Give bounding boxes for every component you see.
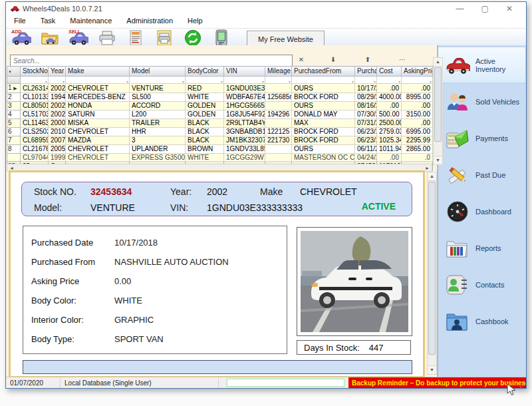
column-header-make[interactable]: Make: [66, 67, 130, 77]
menu-item-file[interactable]: File: [13, 16, 27, 27]
table-row[interactable]: 1 ▶CL2631462002CHEVROLETVENTURERED1GNDU0…: [7, 84, 433, 93]
sidebar-item-label: Contacts: [475, 281, 504, 289]
field-label: Purchased Date: [23, 238, 114, 248]
cell-vin: 2R9LTTAB4YW: [224, 119, 265, 128]
scroll-left-icon[interactable]: ◄: [9, 166, 14, 170]
sidebar-item-sold-vehicles[interactable]: Sold Vehicles: [438, 83, 526, 120]
table-row[interactable]: 3CL8050102002HONDAACCORDGOLDEN1HGCG56652…: [7, 102, 433, 110]
cell-cost: 1025.34: [377, 136, 402, 145]
cell-year: 2000: [49, 119, 66, 128]
maximize-button[interactable]: ▢: [481, 5, 489, 13]
cell-mileage: 194296: [265, 110, 292, 119]
vehicle-detail-panel: Stock NO. 32453634 Year: 2002 Make CHEVR…: [9, 170, 425, 378]
sidebar-item-past-due[interactable]: Past Due: [438, 156, 526, 193]
filter-cell[interactable]: ▾: [377, 77, 402, 84]
table-row[interactable]: 5CL1146312000MISKATRAILERBLACK2R9LTTAB4Y…: [7, 119, 433, 128]
people-icon: [445, 89, 470, 114]
table-row[interactable]: 7CL6895992007MAZDA3BLACKJM1BK32307122173…: [7, 136, 433, 145]
filter-cell[interactable]: ▾: [224, 77, 265, 84]
menu-item-administration[interactable]: Administration: [125, 16, 174, 27]
status-spacer: [219, 377, 227, 388]
table-row[interactable]: 6CLS250202010CHEVROLETHHRBLACK3GNBABDB1A…: [7, 128, 433, 136]
scroll-down-icon[interactable]: ▼: [428, 365, 436, 374]
table-row[interactable]: 2CL1013361994MERCEDES-BENZSL500WHITEWDBF…: [7, 93, 433, 102]
field-value: NASHVILLE AUTO AUCTION: [114, 257, 229, 267]
status-progress-bar: [227, 379, 344, 387]
cell-year: 2002: [49, 102, 66, 110]
column-header-model[interactable]: Model: [130, 67, 186, 77]
column-header-mileage[interactable]: Mileage: [265, 67, 292, 77]
search-next-icon[interactable]: ⬇: [327, 55, 339, 65]
cell-make: CHEVROLET: [66, 128, 130, 136]
minimize-button[interactable]: —: [456, 5, 464, 13]
cell-purchasedfrom: OURS: [292, 145, 355, 154]
cell-askingprice: 6995.00: [402, 128, 433, 136]
column-header-vin[interactable]: VIN: [224, 67, 265, 77]
menu-item-task[interactable]: Task: [39, 16, 57, 27]
cell-purchasedfrom: MASTERSON OC CHAD: [292, 154, 355, 162]
sidebar-item-active-inventory[interactable]: Active Inventory: [438, 47, 526, 83]
year-value: 2002: [207, 186, 260, 197]
search-prev-icon[interactable]: ⬆: [362, 55, 374, 65]
cell-model: VENTURE: [130, 84, 186, 93]
table-filter-row[interactable]: ▾▾▾▾▾▾▾▾▾▾▾: [7, 77, 433, 84]
column-header-bodycolor[interactable]: BodyColor: [186, 67, 224, 77]
mouse-cursor-icon: [507, 383, 517, 399]
sidebar-item-reports[interactable]: Reports: [438, 230, 526, 266]
cell-bodycolor: RED: [186, 84, 224, 93]
cell-purchas: 04/24/2: [355, 154, 377, 162]
menu-bar: FileTaskMaintenanceAdministrationHelp: [6, 15, 526, 29]
grid-vertical-scrollbar[interactable]: ▲ ▼: [433, 57, 443, 165]
filter-cell[interactable]: ▾: [402, 77, 433, 84]
cell-purchas: 08/16/2: [355, 102, 377, 110]
cell-purchasedfrom: OURS: [292, 84, 355, 93]
cell-purchas: 08/29/2: [355, 93, 377, 102]
menu-item-help[interactable]: Help: [186, 16, 204, 27]
field-label: Interior Color:: [23, 315, 114, 325]
column-header-purchasedfrom[interactable]: PurchasedFrom: [292, 67, 355, 77]
cell-bodycolor: BLACK: [186, 119, 224, 128]
sidebar-item-payments[interactable]: Payments: [438, 120, 526, 156]
detail-vertical-scrollbar[interactable]: ▲ ▼: [427, 172, 437, 375]
search-input[interactable]: [10, 55, 293, 67]
table-row[interactable]: CL9704461999CHEVROLETEXPRESS G3500WHITE1…: [7, 154, 433, 162]
filter-dropdown-icon[interactable]: ▼: [7, 67, 21, 77]
sidebar-item-cashbook[interactable]: Cashbook: [438, 303, 526, 339]
cell-purchas: 07/31/2: [355, 119, 377, 128]
resize-grip-icon[interactable]: ⋰: [520, 383, 525, 387]
scroll-up-icon[interactable]: ▲: [428, 172, 436, 181]
cell-vin: 3GNBABDB1AS: [224, 128, 265, 136]
cell-cost: 500.00: [377, 110, 402, 119]
clear-search-icon[interactable]: ✕: [295, 55, 307, 65]
column-header-stockno[interactable]: StockNo: [21, 67, 49, 77]
cell-askingprice: .0: [402, 154, 433, 162]
backup-reminder[interactable]: Backup Reminder – Do backup to protect y…: [348, 377, 526, 388]
filter-cell[interactable]: ▾: [130, 77, 186, 84]
sidebar-item-dashboard[interactable]: Dashboard: [438, 193, 526, 230]
menu-item-maintenance[interactable]: Maintenance: [68, 16, 113, 27]
scroll-up-icon[interactable]: ▲: [434, 58, 442, 67]
filter-cell[interactable]: ▾: [66, 77, 130, 84]
column-header-purchas[interactable]: Purchas: [355, 67, 377, 77]
filter-cell[interactable]: ▾: [49, 77, 66, 84]
filter-cell[interactable]: ▾: [265, 77, 292, 84]
column-header-cost[interactable]: Cost: [377, 67, 402, 77]
table-row[interactable]: 4CL5170392002SATURNL200GOLDEN1G8JU54F92Y…: [7, 110, 433, 119]
scroll-right-icon[interactable]: ►: [425, 166, 430, 170]
column-header-askingprice[interactable]: AskingPrice: [402, 67, 433, 77]
filter-cell[interactable]: ▾: [186, 77, 224, 84]
close-button[interactable]: ✕: [506, 5, 513, 13]
column-header-year[interactable]: Year: [49, 67, 66, 77]
model-label: Model:: [34, 202, 90, 213]
table-header-row[interactable]: ▼ StockNoYearMakeModelBodyColorVINMileag…: [7, 67, 433, 77]
cell-stockno: CL101336: [21, 93, 49, 102]
sidebar-item-contacts[interactable]: Contacts: [438, 266, 526, 303]
cell-model: EXPRESS G3500: [130, 154, 186, 162]
filter-cell[interactable]: ▾: [21, 77, 49, 84]
table-row[interactable]: 8CL2167622005CHEVROLETUPLANDERBROWN1GNDV…: [7, 145, 433, 154]
days-in-stock-box: Days In Stock: 447: [297, 340, 411, 355]
filter-cell[interactable]: ▾: [292, 77, 355, 84]
search-options-icon[interactable]: ⋯: [396, 55, 408, 65]
scroll-down-icon[interactable]: ▼: [434, 156, 442, 164]
filter-cell[interactable]: ▾: [355, 77, 377, 84]
